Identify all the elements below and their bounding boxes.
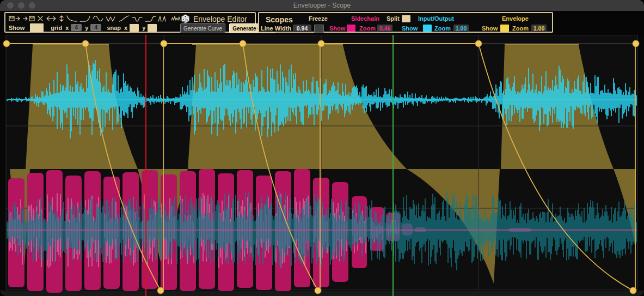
preset-triangle-icon[interactable] — [106, 15, 116, 22]
line-width-swatch[interactable] — [314, 25, 324, 33]
freeze-label[interactable]: Freeze — [309, 15, 328, 22]
snap-y-label: y — [142, 25, 145, 31]
window-title: Envelooper - Scope — [0, 2, 644, 9]
toolbar: Show grid x 4 y 4 snap x y — [0, 11, 644, 35]
save-export-icon[interactable] — [9, 15, 21, 22]
input-output-label: Input/Output — [418, 15, 454, 22]
envelope-point[interactable] — [82, 40, 89, 47]
grid-label: grid — [51, 25, 62, 31]
grid-x-value[interactable]: 4 — [71, 24, 82, 31]
split-toggle[interactable] — [402, 15, 410, 22]
envelooper-window: Envelooper - Scope Show grid x 4 y 4 sna… — [0, 0, 644, 296]
envelope-point[interactable] — [240, 40, 246, 47]
envelope-point[interactable] — [318, 40, 324, 47]
sidechain-show-toggle[interactable] — [347, 25, 355, 32]
env-zoom-label: Zoom — [512, 25, 529, 32]
envelope-point[interactable] — [315, 287, 321, 294]
io-zoom-label: Zoom — [434, 25, 451, 32]
editor-title: Envelope Editor — [193, 15, 247, 23]
preset-step-icon[interactable] — [145, 15, 156, 22]
sidechain-zoom-value[interactable]: 0.46 — [377, 25, 392, 32]
clear-icon[interactable] — [37, 15, 44, 22]
envelope-show-toggle[interactable] — [30, 23, 44, 32]
envelope-editor-panel: Show grid x 4 y 4 snap x y — [4, 12, 256, 33]
dice-icon[interactable] — [181, 14, 190, 23]
save-import-icon[interactable] — [23, 15, 35, 22]
stretch-horizontal-icon[interactable] — [46, 15, 57, 22]
envelope-point[interactable] — [475, 40, 482, 47]
env-show-toggle[interactable] — [500, 25, 509, 32]
env-show-label: Show — [482, 25, 498, 32]
envelope-point[interactable] — [633, 40, 639, 47]
snap-label: snap — [107, 25, 121, 31]
show-label: Show — [9, 25, 24, 31]
split-label: Split — [387, 15, 400, 22]
envelope-editor-header: Envelope Editor — [181, 14, 247, 23]
snap-y-toggle[interactable] — [148, 24, 157, 32]
sidechain-label: Sidechain — [351, 15, 379, 22]
env-zoom-value[interactable]: 1.00 — [531, 25, 547, 32]
snap-x-label: x — [124, 25, 127, 31]
preset-smoothstep-icon[interactable] — [119, 15, 130, 22]
snap-x-toggle[interactable] — [130, 24, 139, 32]
line-width-label: Line Width — [261, 25, 291, 32]
envelope-grid-controls: Show grid x 4 y 4 snap x y — [9, 23, 157, 32]
sidechain-show-label: Show — [329, 25, 345, 32]
scopes-title: Scopes — [266, 15, 293, 24]
preset-decay-icon[interactable] — [66, 15, 77, 22]
io-show-toggle[interactable] — [423, 25, 432, 32]
preset-notch-icon[interactable] — [132, 15, 143, 22]
grid-y-value[interactable]: 4 — [90, 24, 101, 31]
io-show-label: Show — [402, 25, 418, 32]
preset-noise-icon[interactable] — [171, 15, 182, 22]
grid-y-label: y — [85, 25, 88, 31]
scope-canvas[interactable] — [0, 0, 644, 296]
envelope-point[interactable] — [157, 287, 164, 294]
envelope-point[interactable] — [630, 287, 636, 294]
envelope-point[interactable] — [161, 40, 167, 47]
stretch-vertical-icon[interactable] — [59, 15, 64, 22]
envelope-label: Envelope — [502, 15, 529, 22]
sidechain-zoom-label: Zoom — [359, 25, 376, 32]
preset-pulses-icon[interactable] — [158, 15, 169, 22]
generate-curve-button[interactable]: Generate Curve — [180, 23, 225, 33]
line-width-value[interactable]: 0.94 — [293, 25, 311, 32]
grid-x-label: x — [65, 25, 69, 31]
preset-sine-icon[interactable] — [93, 15, 103, 22]
title-bar: Envelooper - Scope — [0, 0, 644, 11]
scopes-panel: Scopes Freeze Sidechain Split Input/Outp… — [258, 12, 553, 33]
preset-ramp-icon[interactable] — [79, 15, 90, 22]
io-zoom-value[interactable]: 1.00 — [453, 25, 469, 32]
envelope-point[interactable] — [3, 40, 10, 47]
envelope-tool-icons — [9, 14, 182, 22]
